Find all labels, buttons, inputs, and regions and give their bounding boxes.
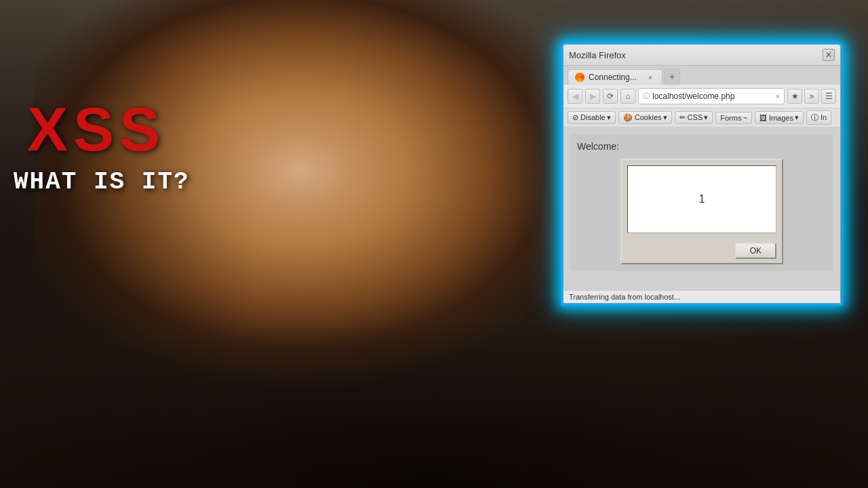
firefox-statusbar: Transferring data from localhost...	[564, 290, 840, 303]
more-tools-button[interactable]: »	[804, 89, 819, 104]
bookmark-button[interactable]: ★	[787, 89, 802, 104]
firefox-titlebar: Mozilla Firefox ✕	[564, 45, 840, 66]
forms-label: Forms	[720, 114, 741, 122]
info-label: ⓘ In	[811, 113, 827, 123]
disable-label: ⊘ Disable	[572, 113, 606, 122]
firefox-window: Mozilla Firefox ✕ Connecting... × + ◀ ▶ …	[563, 44, 841, 304]
dialog-content-area: 1	[627, 165, 776, 233]
css-label: ✏ CSS	[679, 113, 703, 122]
welcome-label: Welcome:	[577, 141, 827, 152]
subtitle-text: WHAT IS IT?	[14, 168, 190, 196]
address-lock-icon: ⓘ	[643, 92, 650, 101]
firefox-content-area: Welcome: 1 OK	[564, 127, 840, 290]
web-developer-toolbar: ⊘ Disable ▾ 🍪 Cookies ▾ ✏ CSS ▾ Forms ~ …	[564, 108, 840, 127]
forms-tilde-icon: ~	[743, 114, 747, 122]
cookies-menu-button[interactable]: 🍪 Cookies ▾	[618, 111, 672, 124]
xss-title: XSS	[27, 95, 165, 165]
disable-menu-button[interactable]: ⊘ Disable ▾	[568, 111, 616, 124]
page-background: Welcome: 1 OK	[570, 134, 833, 271]
cookies-label: 🍪 Cookies	[623, 113, 662, 122]
images-label: 🖼 Images	[760, 114, 793, 122]
images-menu-button[interactable]: 🖼 Images ▾	[755, 111, 804, 124]
disable-arrow-icon: ▾	[607, 113, 611, 122]
address-clear-icon[interactable]: ×	[776, 92, 780, 100]
firefox-tab-active[interactable]: Connecting... ×	[568, 69, 663, 85]
firefox-close-button[interactable]: ✕	[823, 49, 835, 61]
forward-button[interactable]: ▶	[585, 89, 600, 104]
address-text: localhost/welcome.php	[652, 92, 773, 101]
reload-button[interactable]: ⟳	[603, 89, 618, 104]
css-arrow-icon: ▾	[704, 113, 708, 122]
firefox-navbar: ◀ ▶ ⟳ ⌂ ⓘ localhost/welcome.php × ★ » ☰	[564, 85, 840, 108]
images-arrow-icon: ▾	[795, 113, 799, 122]
menu-button[interactable]: ☰	[821, 89, 836, 104]
address-bar[interactable]: ⓘ localhost/welcome.php ×	[638, 88, 785, 104]
css-menu-button[interactable]: ✏ CSS ▾	[675, 111, 713, 124]
info-menu-button[interactable]: ⓘ In	[806, 110, 831, 125]
toolbar-buttons: ★ » ☰	[787, 89, 836, 104]
firefox-window-title: Mozilla Firefox	[569, 50, 626, 60]
status-text: Transferring data from localhost...	[569, 293, 680, 301]
cookies-arrow-icon: ▾	[663, 113, 667, 122]
dialog-footer: OK	[622, 239, 782, 263]
dialog-ok-button[interactable]: OK	[735, 243, 776, 259]
firefox-new-tab-button[interactable]: +	[664, 68, 680, 85]
home-button[interactable]: ⌂	[620, 89, 635, 104]
back-button[interactable]: ◀	[568, 89, 583, 104]
firefox-tab-close-icon[interactable]: ×	[646, 73, 655, 82]
forms-menu-button[interactable]: Forms ~	[715, 112, 752, 124]
person-overlay	[34, 0, 590, 488]
javascript-alert-dialog: 1 OK	[620, 159, 783, 264]
dialog-number-display: 1	[699, 193, 705, 205]
firefox-tab-favicon	[575, 73, 585, 82]
firefox-tab-title: Connecting...	[589, 73, 637, 82]
firefox-tabbar: Connecting... × +	[564, 66, 840, 85]
